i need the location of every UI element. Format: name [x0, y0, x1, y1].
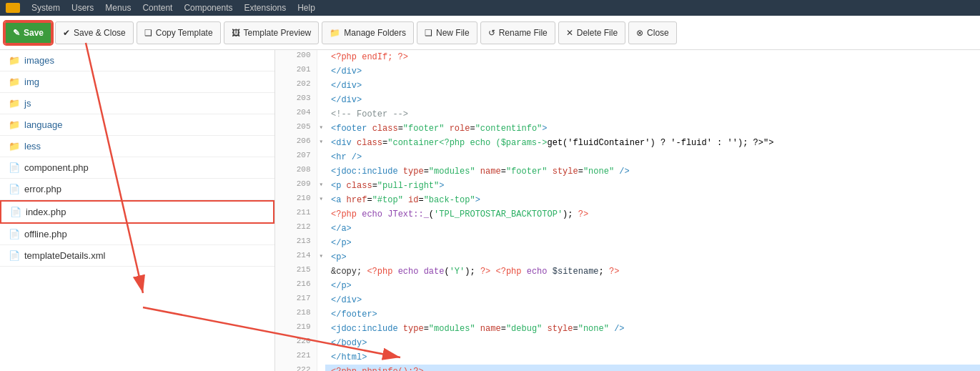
nav-help[interactable]: Help — [297, 3, 315, 13]
fold-indicator[interactable]: ▾ — [317, 193, 325, 207]
line-number: 209 — [275, 179, 317, 193]
code-content: <jdoc:include type="modules" name="foote… — [325, 164, 980, 179]
top-nav: System Users Menus Content Components Ex… — [0, 0, 980, 16]
sidebar-item-js[interactable]: 📁 js — [0, 93, 274, 114]
code-content: <hr /> — [325, 150, 980, 164]
delete-file-label: Delete File — [577, 28, 618, 38]
new-file-icon: ❑ — [425, 28, 432, 38]
fold-indicator — [317, 207, 325, 222]
code-content: <a href="#top" id="back-top"> — [325, 193, 980, 207]
nav-content[interactable]: Content — [142, 3, 172, 13]
fold-indicator — [317, 64, 325, 79]
sidebar-item-images[interactable]: 📁 images — [0, 50, 274, 71]
sidebar-item-error-php[interactable]: 📄 error.php — [0, 179, 274, 200]
nav-menus[interactable]: Menus — [105, 3, 131, 13]
code-content: <!-- Footer --> — [325, 107, 980, 122]
folder-icon: 📁 — [9, 119, 20, 130]
code-editor[interactable]: 200<?php endIf; ?>201</div>202</div>203<… — [275, 50, 980, 371]
sidebar-item-component-php[interactable]: 📄 component.php — [0, 157, 274, 179]
folder-icon: 📁 — [9, 98, 20, 109]
code-content: <jdoc:include type="modules" name="debug… — [325, 322, 980, 336]
fold-indicator[interactable]: ▾ — [317, 122, 325, 136]
file-icon: 📄 — [9, 184, 20, 194]
line-number: 219 — [275, 322, 317, 336]
line-number: 212 — [275, 222, 317, 236]
logo — [6, 3, 20, 13]
line-number: 205 — [275, 122, 317, 136]
code-content: </p> — [325, 279, 980, 293]
fold-indicator[interactable]: ▾ — [317, 179, 325, 193]
save-close-button[interactable]: ✔ Save & Close — [55, 21, 134, 44]
nav-users[interactable]: Users — [71, 3, 94, 13]
template-preview-label: Template Preview — [244, 28, 312, 38]
delete-icon: ✕ — [566, 28, 573, 38]
line-number: 208 — [275, 164, 317, 179]
preview-icon: 🖼 — [232, 28, 240, 38]
code-content: </div> — [325, 64, 980, 79]
line-number: 202 — [275, 79, 317, 93]
file-sidebar: 📁 images 📁 img 📁 js 📁 language 📁 less 📄 … — [0, 50, 275, 371]
fold-indicator — [317, 279, 325, 293]
line-number: 215 — [275, 264, 317, 279]
close-label: Close — [647, 28, 669, 38]
close-icon: ⊗ — [636, 28, 643, 38]
code-content: </body> — [325, 336, 980, 350]
sidebar-item-less[interactable]: 📁 less — [0, 136, 274, 157]
rename-file-button[interactable]: ↺ Rename File — [480, 21, 555, 44]
toolbar: ✎ Save ✔ Save & Close ❑ Copy Template 🖼 … — [0, 16, 980, 50]
nav-components[interactable]: Components — [184, 3, 232, 13]
nav-system[interactable]: System — [31, 3, 60, 13]
line-number: 203 — [275, 93, 317, 107]
code-content: <p class="pull-right"> — [325, 179, 980, 193]
line-number: 222 — [275, 365, 317, 371]
fold-indicator — [317, 79, 325, 93]
code-content: <?php endIf; ?> — [325, 50, 980, 64]
line-number: 214 — [275, 250, 317, 264]
new-file-button[interactable]: ❑ New File — [417, 21, 477, 44]
line-number: 216 — [275, 279, 317, 293]
line-number: 201 — [275, 64, 317, 79]
manage-folders-button[interactable]: 📁 Manage Folders — [322, 21, 414, 44]
fold-indicator — [317, 307, 325, 322]
sidebar-item-template-details-xml[interactable]: 📄 templateDetails.xml — [0, 245, 274, 267]
delete-file-button[interactable]: ✕ Delete File — [558, 21, 625, 44]
sidebar-item-index-php[interactable]: 📄 index.php — [0, 200, 274, 224]
sidebar-item-img[interactable]: 📁 img — [0, 71, 274, 93]
main-layout: 📁 images 📁 img 📁 js 📁 language 📁 less 📄 … — [0, 50, 980, 371]
copy-template-button[interactable]: ❑ Copy Template — [137, 21, 221, 44]
code-content: </html> — [325, 350, 980, 365]
rename-file-label: Rename File — [499, 28, 548, 38]
save-icon: ✎ — [13, 28, 20, 38]
file-icon: 📄 — [10, 207, 21, 217]
code-content: <?php phpinfo();?> — [325, 365, 980, 371]
fold-indicator[interactable]: ▾ — [317, 250, 325, 264]
new-file-label: New File — [436, 28, 470, 38]
code-content: </footer> — [325, 307, 980, 322]
code-content: </div> — [325, 93, 980, 107]
check-icon: ✔ — [63, 28, 70, 38]
fold-indicator — [317, 264, 325, 279]
line-number: 213 — [275, 236, 317, 250]
sidebar-item-language[interactable]: 📁 language — [0, 114, 274, 136]
template-preview-button[interactable]: 🖼 Template Preview — [224, 21, 320, 44]
line-number: 210 — [275, 193, 317, 207]
save-button[interactable]: ✎ Save — [4, 21, 52, 44]
file-icon: 📄 — [9, 229, 20, 239]
fold-indicator — [317, 93, 325, 107]
folder-icon: 📁 — [9, 141, 20, 152]
code-table: 200<?php endIf; ?>201</div>202</div>203<… — [275, 50, 980, 371]
code-content: &copy; <?php echo date('Y'); ?> <?php ec… — [325, 264, 980, 279]
nav-extensions[interactable]: Extensions — [244, 3, 286, 13]
fold-indicator[interactable]: ▾ — [317, 136, 325, 150]
copy-icon: ❑ — [144, 28, 152, 38]
fold-indicator — [317, 150, 325, 164]
file-icon: 📄 — [9, 162, 20, 173]
code-content: <div class="container<?php echo ($params… — [325, 136, 980, 150]
line-number: 217 — [275, 293, 317, 307]
code-content: </a> — [325, 222, 980, 236]
sidebar-item-offline-php[interactable]: 📄 offline.php — [0, 224, 274, 245]
save-label: Save — [24, 28, 44, 38]
save-close-label: Save & Close — [74, 28, 126, 38]
close-button[interactable]: ⊗ Close — [628, 21, 677, 44]
fold-indicator — [317, 50, 325, 64]
